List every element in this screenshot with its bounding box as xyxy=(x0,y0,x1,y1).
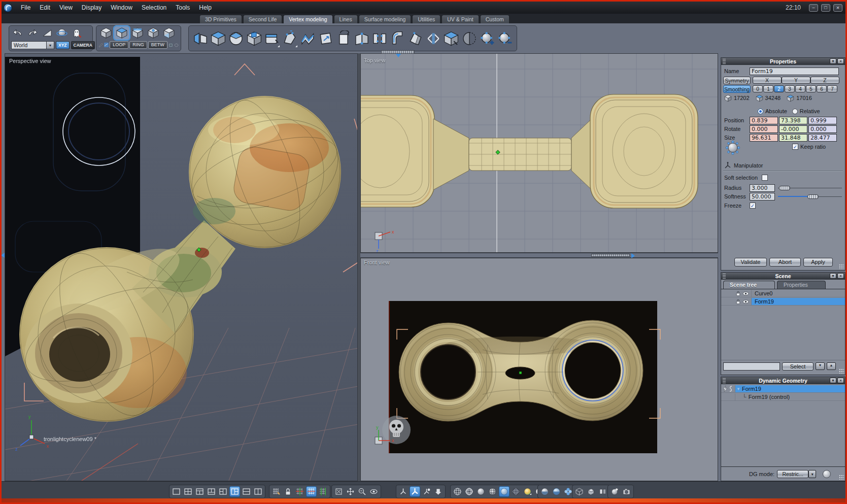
properties-titlebar[interactable]: Properties ▼× xyxy=(721,58,845,65)
dense-wireframe-sphere-icon[interactable] xyxy=(464,486,475,497)
delete-face-icon[interactable] xyxy=(41,27,54,39)
tab-3d-primitives[interactable]: 3D Primitives xyxy=(199,15,242,23)
dg-mode-dropdown-arrow-icon[interactable]: ▼ xyxy=(808,470,816,478)
dg-item-name[interactable]: Form19 xyxy=(742,386,761,392)
facet-hole-tool-icon[interactable] xyxy=(246,28,262,49)
top-canvas[interactable]: x z xyxy=(361,54,718,253)
layout-bottom-split-icon[interactable] xyxy=(206,486,217,497)
scene-prev-icon[interactable]: ▼ xyxy=(816,362,825,370)
dg-sphere-indicator-icon[interactable] xyxy=(823,470,831,478)
symmetry-x-button[interactable]: X xyxy=(753,77,782,84)
smoothing-level-2[interactable]: 2 xyxy=(774,85,784,92)
menu-edit[interactable]: Edit xyxy=(35,4,55,11)
collapse-left-arrow-icon[interactable] xyxy=(1,253,5,258)
position-x-field[interactable] xyxy=(750,117,778,124)
resize-grip-icon[interactable] xyxy=(839,368,844,374)
dg-item-form19-control[interactable]: └ Form19 (control) xyxy=(721,393,845,401)
thickness-tool-icon[interactable] xyxy=(407,28,424,49)
tree-collapse-icon[interactable]: ▼ xyxy=(736,387,740,391)
stretch-tool-icon[interactable] xyxy=(317,28,334,49)
select-face-mode-icon[interactable] xyxy=(130,26,145,40)
size-y-field[interactable] xyxy=(779,134,807,142)
manipulator-soft-icon[interactable] xyxy=(421,486,432,497)
dg-titlebar[interactable]: Dynamic Geometry ▼× xyxy=(721,377,845,384)
front-canvas[interactable]: x y xyxy=(361,258,718,481)
tab-utilities[interactable]: Utilities xyxy=(412,15,441,23)
radius-field[interactable] xyxy=(750,184,775,192)
pan-view-icon[interactable] xyxy=(345,486,356,497)
layout-hsplit-icon[interactable] xyxy=(241,486,252,497)
pick-tool-icon[interactable] xyxy=(98,41,103,49)
dual-panel-icon[interactable] xyxy=(597,486,608,497)
scene-filter-input[interactable] xyxy=(723,362,780,371)
soft-selection-sphere-icon[interactable] xyxy=(725,140,740,155)
size-z-field[interactable] xyxy=(808,134,837,142)
shaded-wire-sphere-icon[interactable] xyxy=(487,486,498,497)
smoothing-button[interactable]: Smoothing xyxy=(723,85,751,93)
bridge-tool-icon[interactable] xyxy=(371,28,388,49)
rotate-x-field[interactable] xyxy=(750,125,778,133)
smoothing-level-6[interactable]: 6 xyxy=(817,85,827,92)
fillet-tool-icon[interactable] xyxy=(389,28,406,49)
look-view-icon[interactable] xyxy=(368,486,379,497)
drag-handle-icon[interactable] xyxy=(723,59,726,64)
undo-icon[interactable] xyxy=(11,27,24,39)
grid-toggle-icon[interactable] xyxy=(271,486,282,497)
drag-handle-icon[interactable] xyxy=(723,274,726,279)
xyz-button[interactable]: XYZ xyxy=(56,41,70,49)
grid-snap-icon[interactable] xyxy=(318,486,328,497)
top-scroll-handle[interactable] xyxy=(381,50,415,54)
menu-window[interactable]: Window xyxy=(106,4,137,11)
tab-second-life[interactable]: Second Life xyxy=(243,15,282,23)
lock-icon[interactable] xyxy=(735,299,741,305)
panel-menu-icon[interactable]: ▼ xyxy=(830,378,836,383)
symmetry-y-button[interactable]: Y xyxy=(782,77,810,84)
sphere-ring-icon[interactable] xyxy=(55,27,69,39)
redo-icon[interactable] xyxy=(26,27,39,39)
scene-item-form19[interactable]: Form19 xyxy=(721,298,845,306)
layout-single-icon[interactable] xyxy=(171,486,182,497)
grid-lock-icon[interactable] xyxy=(283,486,293,497)
tab-scene-tree[interactable]: Scene tree xyxy=(723,281,775,289)
layout-top-split-icon[interactable] xyxy=(194,486,205,497)
symmetry-tool-icon[interactable] xyxy=(425,28,442,49)
tab-uv-paint[interactable]: UV & Paint xyxy=(442,15,479,23)
symmetry-z-button[interactable]: Z xyxy=(810,77,839,84)
twist-tool-icon[interactable] xyxy=(335,28,352,49)
dg-mode-dropdown[interactable]: Restric... ▼ xyxy=(777,470,816,478)
panel-menu-icon[interactable]: ▼ xyxy=(830,58,836,64)
keep-ratio-checkbox[interactable]: ✓Keep ratio xyxy=(792,144,826,150)
soft-selection-checkbox[interactable] xyxy=(762,175,768,181)
visibility-eye-icon[interactable] xyxy=(742,299,749,304)
loop-button[interactable]: LOOP xyxy=(110,41,128,49)
name-field[interactable] xyxy=(750,68,839,75)
manipulator-drop-icon[interactable] xyxy=(433,486,444,497)
horizontal-splitter[interactable] xyxy=(360,253,718,258)
tab-custom[interactable]: Custom xyxy=(480,15,510,23)
marquee-ellipse-icon[interactable] xyxy=(174,42,179,49)
grid-visible-icon[interactable] xyxy=(306,486,317,497)
validate-button[interactable]: Validate xyxy=(734,258,767,266)
menu-file[interactable]: File xyxy=(16,4,35,11)
visibility-eye-icon[interactable] xyxy=(742,291,749,296)
smoothing-level-0[interactable]: 0 xyxy=(753,85,763,92)
grid-axes-icon[interactable] xyxy=(294,486,305,497)
lasso-tool-icon[interactable] xyxy=(104,41,109,49)
symmetry-button[interactable]: Symmetry xyxy=(723,77,751,84)
relative-radio[interactable]: Relative xyxy=(792,108,820,114)
layout-right-split-icon[interactable] xyxy=(229,486,240,497)
layout-quad-icon[interactable] xyxy=(183,486,193,497)
position-y-field[interactable] xyxy=(779,117,807,124)
tab-vertex-modeling[interactable]: Vertex modeling xyxy=(283,15,332,23)
scene-item-name[interactable]: Curve0 xyxy=(752,290,845,297)
smoothing-level-1[interactable]: 1 xyxy=(763,85,773,92)
layout-vsplit-icon[interactable] xyxy=(253,486,263,497)
perspective-canvas[interactable]: y x z tronlightcyclenew09 * xyxy=(5,54,358,481)
decimate-tool-icon[interactable] xyxy=(443,28,460,49)
rotate-y-field[interactable] xyxy=(779,125,807,133)
add-smoothing-tool-icon[interactable] xyxy=(479,28,495,49)
render-camera-icon[interactable] xyxy=(621,486,632,497)
smooth-tool-icon[interactable] xyxy=(228,28,245,49)
resize-grip-icon[interactable] xyxy=(839,264,844,269)
softness-slider[interactable] xyxy=(778,194,842,199)
